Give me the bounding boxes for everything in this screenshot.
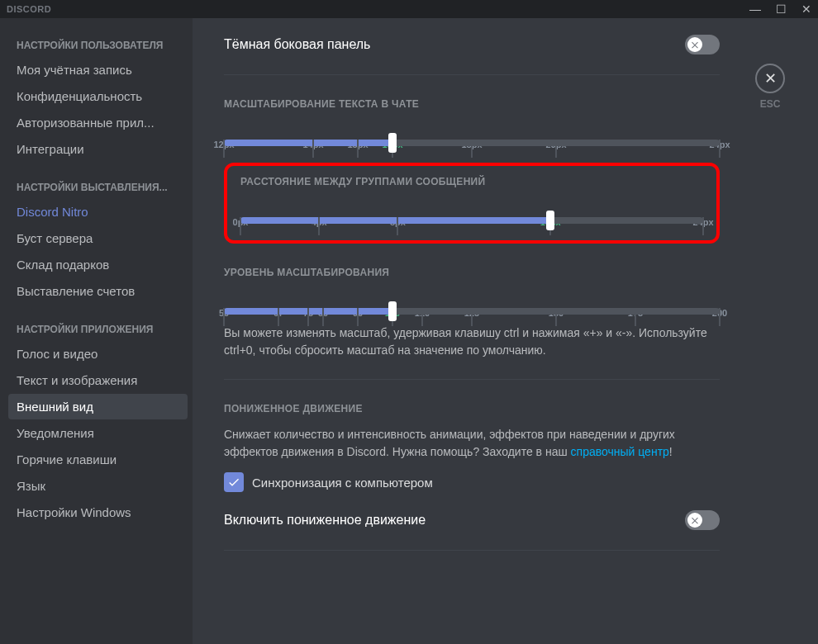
divider: [224, 74, 720, 75]
sidebar-header-user: НАСТРОЙКИ ПОЛЬЗОВАТЕЛЯ: [8, 35, 188, 56]
slider-tick-mark: [223, 308, 225, 326]
sidebar-item-hotkeys[interactable]: Горячие клавиши: [8, 447, 188, 472]
slider-tick-mark: [635, 308, 636, 326]
slider-thumb[interactable]: [546, 211, 554, 230]
divider: [224, 550, 720, 551]
slider-tick-mark: [312, 140, 314, 158]
sidebar-item-nitro[interactable]: Discord Nitro: [8, 199, 188, 225]
check-icon: [227, 476, 240, 489]
sync-checkbox[interactable]: [224, 472, 244, 492]
slider-tick-mark: [555, 140, 557, 158]
slider-tick-mark: [555, 308, 557, 326]
message-spacing-title: РАССТОЯНИЕ МЕЖДУ ГРУППАМИ СООБЩЕНИЙ: [240, 176, 703, 187]
sidebar-item-account[interactable]: Моя учётная запись: [8, 57, 188, 83]
slider-tick-mark: [240, 217, 241, 235]
esc-button[interactable]: ✕ ESC: [755, 64, 785, 110]
slider-tick-mark: [322, 308, 324, 326]
zoom-slider[interactable]: 5067758090100110125150175200: [224, 290, 720, 315]
sidebar: НАСТРОЙКИ ПОЛЬЗОВАТЕЛЯ Моя учётная запис…: [0, 18, 193, 644]
sidebar-item-notifications[interactable]: Уведомления: [8, 420, 188, 446]
sidebar-item-voice[interactable]: Голос и видео: [8, 341, 188, 367]
titlebar: DISCORD — ☐ ✕: [0, 0, 818, 18]
app-logo: DISCORD: [7, 4, 51, 14]
sync-with-computer-row: Синхронизация с компьютером: [224, 472, 720, 492]
slider-tick-mark: [471, 140, 473, 158]
slider-tick-mark: [223, 140, 225, 158]
message-spacing-highlight: РАССТОЯНИЕ МЕЖДУ ГРУППАМИ СООБЩЕНИЙ 0px4…: [224, 163, 720, 244]
divider: [224, 379, 720, 380]
dark-sidebar-row: Тёмная боковая панель: [224, 35, 720, 54]
slider-tick-mark: [471, 308, 473, 326]
reduced-motion-title: ПОНИЖЕННОЕ ДВИЖЕНИЕ: [224, 403, 720, 414]
slider-tick-mark: [357, 308, 359, 326]
reduced-motion-section: ПОНИЖЕННОЕ ДВИЖЕНИЕ Снижает количество и…: [224, 403, 720, 492]
slider-thumb[interactable]: [388, 301, 397, 321]
slider-track[interactable]: [240, 217, 703, 224]
sidebar-item-billing[interactable]: Выставление счетов: [8, 278, 188, 304]
enable-reduced-motion-toggle[interactable]: [685, 510, 720, 530]
sidebar-item-appearance[interactable]: Внешний вид: [8, 394, 188, 419]
slider-fill: [240, 217, 550, 224]
toggle-knob-icon: [687, 513, 702, 528]
sidebar-item-gifts[interactable]: Склад подарков: [8, 252, 188, 277]
slider-tick-mark: [719, 140, 721, 158]
sidebar-item-language[interactable]: Язык: [8, 473, 188, 499]
sidebar-item-windows[interactable]: Настройки Windows: [8, 500, 188, 525]
sidebar-item-authorized-apps[interactable]: Авторизованные прил...: [8, 110, 188, 135]
enable-reduced-motion-row: Включить пониженное движение: [224, 510, 720, 530]
window-controls: — ☐ ✕: [749, 3, 811, 15]
minimize-button[interactable]: —: [749, 3, 761, 15]
toggle-knob-icon: [687, 37, 702, 52]
slider-tick-mark: [357, 140, 359, 158]
slider-tick-mark: [307, 308, 309, 326]
sidebar-header-billing: НАСТРОЙКИ ВЫСТАВЛЕНИЯ...: [8, 177, 188, 198]
slider-fill: [224, 140, 392, 146]
chat-font-scale-slider[interactable]: 12px14px15px16px18px20px24px: [224, 121, 720, 146]
slider-tick-mark: [278, 308, 279, 326]
zoom-hint: Вы можете изменять масштаб, удерживая кл…: [224, 324, 720, 359]
enable-reduced-motion-label: Включить пониженное движение: [224, 513, 426, 528]
close-icon: ✕: [755, 64, 785, 93]
chat-font-scale-section: МАСШТАБИРОВАНИЕ ТЕКСТА В ЧАТЕ 12px14px15…: [224, 98, 720, 146]
esc-label: ESC: [755, 98, 785, 110]
chat-font-scale-title: МАСШТАБИРОВАНИЕ ТЕКСТА В ЧАТЕ: [224, 98, 720, 110]
zoom-title: УРОВЕНЬ МАСШТАБИРОВАНИЯ: [224, 267, 720, 278]
sidebar-item-text-images[interactable]: Текст и изображения: [8, 367, 188, 393]
sidebar-item-boost[interactable]: Буст сервера: [8, 225, 188, 251]
dark-sidebar-toggle[interactable]: [685, 35, 720, 54]
maximize-button[interactable]: ☐: [776, 3, 787, 15]
zoom-section: УРОВЕНЬ МАСШТАБИРОВАНИЯ 5067758090100110…: [224, 267, 720, 359]
slider-tick-mark: [702, 217, 704, 235]
message-spacing-slider[interactable]: 0px4px8px16px24px: [240, 199, 703, 224]
sync-label: Синхронизация с компьютером: [252, 476, 433, 490]
slider-thumb[interactable]: [388, 133, 397, 153]
slider-tick-mark: [421, 308, 423, 326]
sidebar-item-integrations[interactable]: Интеграции: [8, 136, 188, 162]
reduced-motion-desc: Снижает количество и интенсивность анима…: [224, 426, 720, 461]
content-area: ✕ ESC Тёмная боковая панель МАСШТАБИРОВА…: [193, 18, 818, 644]
close-button[interactable]: ✕: [801, 3, 811, 15]
window: DISCORD — ☐ ✕ НАСТРОЙКИ ПОЛЬЗОВАТЕЛЯ Моя…: [0, 0, 818, 644]
dark-sidebar-label: Тёмная боковая панель: [224, 37, 370, 52]
slider-tick-mark: [318, 217, 320, 235]
help-center-link[interactable]: справочный центр: [571, 445, 669, 458]
sidebar-item-privacy[interactable]: Конфиденциальность: [8, 83, 188, 109]
slider-tick-mark: [397, 217, 398, 235]
slider-tick-mark: [719, 308, 721, 326]
sidebar-header-app: НАСТРОЙКИ ПРИЛОЖЕНИЯ: [8, 319, 188, 340]
